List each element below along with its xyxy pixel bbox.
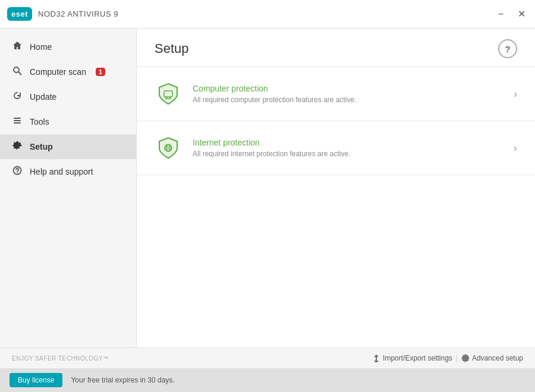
trial-text: Your free trial expires in 30 days.: [71, 376, 174, 384]
svg-rect-4: [14, 122, 21, 124]
update-icon: [12, 91, 23, 103]
computer-scan-badge: 1: [96, 68, 105, 76]
sidebar-label-home: Home: [30, 42, 52, 52]
help-icon: [12, 166, 23, 178]
sidebar-item-tools[interactable]: Tools: [0, 109, 136, 134]
sidebar-item-home[interactable]: Home: [0, 34, 136, 59]
computer-protection-text: Computer protection All required compute…: [193, 84, 503, 104]
help-button[interactable]: ?: [498, 39, 517, 58]
svg-point-0: [14, 67, 19, 72]
sidebar-item-setup[interactable]: Setup: [0, 134, 136, 159]
internet-shield-icon: [155, 134, 182, 162]
footer-tagline: ENJOY SAFER TECHNOLOGY™: [12, 355, 109, 362]
setup-item-internet-protection[interactable]: Internet protection All required interne…: [137, 121, 535, 175]
sidebar-label-help-support: Help and support: [30, 167, 93, 176]
import-export-icon: [372, 354, 380, 362]
window-controls: − ✕: [496, 8, 528, 20]
sidebar-label-tools: Tools: [30, 117, 49, 127]
setup-list: Computer protection All required compute…: [137, 67, 535, 175]
footer-top: ENJOY SAFER TECHNOLOGY™ Import/Export se…: [0, 348, 535, 368]
sidebar-label-setup: Setup: [30, 142, 53, 151]
internet-protection-title: Internet protection: [193, 138, 503, 147]
internet-protection-text: Internet protection All required interne…: [193, 138, 503, 158]
advanced-setup-label: Advanced setup: [472, 354, 523, 362]
sidebar: Home Computer scan 1 Update Tools: [0, 29, 137, 347]
computer-shield-icon: [155, 80, 182, 108]
buy-license-button[interactable]: Buy license: [10, 373, 62, 387]
title-bar: eset NOD32 ANTIVIRUS 9 − ✕: [0, 0, 535, 29]
footer: ENJOY SAFER TECHNOLOGY™ Import/Export se…: [0, 347, 535, 392]
sidebar-item-update[interactable]: Update: [0, 84, 136, 109]
eset-logo: eset: [7, 7, 32, 21]
setup-item-computer-protection[interactable]: Computer protection All required compute…: [137, 67, 535, 121]
svg-rect-3: [14, 120, 21, 121]
svg-line-1: [18, 72, 21, 75]
import-export-link[interactable]: Import/Export settings: [372, 354, 452, 362]
sidebar-item-help-support[interactable]: Help and support: [0, 159, 136, 184]
page-title: Setup: [155, 41, 189, 56]
advanced-setup-gear-icon: [461, 354, 470, 362]
footer-actions: Import/Export settings | Advanced setup: [372, 354, 523, 362]
close-button[interactable]: ✕: [515, 8, 528, 20]
content-header: Setup ?: [137, 29, 535, 67]
internet-protection-desc: All required internet protection feature…: [193, 150, 503, 158]
advanced-setup-link[interactable]: Advanced setup: [461, 354, 523, 362]
main-container: Home Computer scan 1 Update Tools: [0, 29, 535, 347]
sidebar-label-computer-scan: Computer scan: [30, 67, 86, 77]
footer-separator: |: [456, 354, 458, 362]
computer-protection-chevron: ›: [514, 88, 517, 100]
search-icon: [12, 66, 23, 78]
computer-protection-title: Computer protection: [193, 84, 503, 93]
setup-icon: [12, 141, 23, 153]
app-logo-group: eset NOD32 ANTIVIRUS 9: [7, 7, 118, 21]
home-icon: [12, 41, 23, 53]
sidebar-label-update: Update: [30, 92, 56, 102]
footer-bottom: Buy license Your free trial expires in 3…: [0, 368, 535, 392]
import-export-label: Import/Export settings: [383, 354, 452, 362]
content-area: Setup ? Computer p: [137, 29, 535, 347]
sidebar-item-computer-scan[interactable]: Computer scan 1: [0, 59, 136, 84]
svg-point-6: [17, 172, 17, 173]
svg-rect-2: [14, 118, 21, 119]
tools-icon: [12, 116, 23, 128]
computer-protection-desc: All required computer protection feature…: [193, 96, 503, 104]
internet-protection-chevron: ›: [514, 142, 517, 154]
minimize-button[interactable]: −: [496, 8, 506, 20]
app-name: NOD32 ANTIVIRUS 9: [38, 10, 118, 18]
